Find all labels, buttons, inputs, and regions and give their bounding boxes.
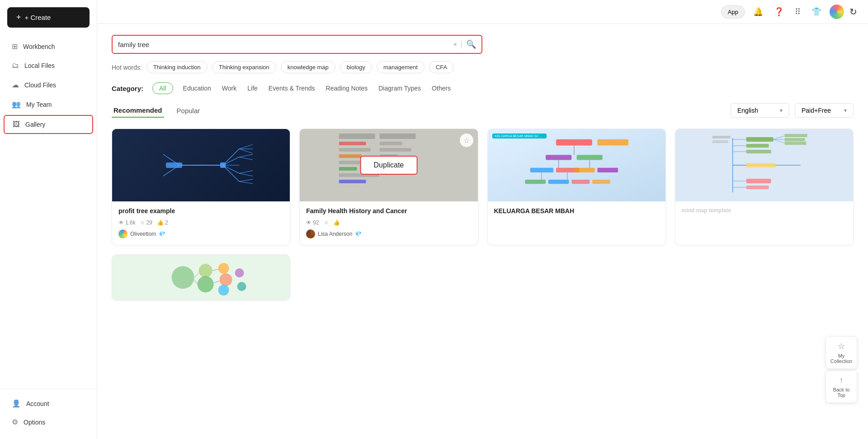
nav-options[interactable]: ⚙ Options — [4, 413, 93, 431]
cat-diagram[interactable]: Diagram Types — [377, 83, 422, 94]
nav-workbench[interactable]: ⊞ Workbench — [4, 38, 93, 55]
nav-label-my-team: My Team — [26, 101, 52, 108]
notification-icon[interactable]: 🔔 — [750, 5, 766, 19]
card-1-author-name: Oliveettom — [130, 231, 156, 237]
hot-word-knowledge-map[interactable]: knowledge map — [281, 61, 335, 73]
svg-line-6 — [239, 144, 253, 149]
price-dropdown-arrow: ▾ — [844, 107, 847, 114]
svg-rect-28 — [380, 142, 402, 145]
cards-grid-row2 — [112, 254, 854, 301]
cat-events[interactable]: Events & Trends — [268, 83, 316, 94]
svg-line-5 — [223, 165, 239, 181]
svg-line-68 — [773, 139, 784, 143]
hot-word-thinking-expansion[interactable]: Thinking expansion — [212, 61, 276, 73]
nav-label-workbench: Workbench — [23, 43, 55, 50]
svg-rect-21 — [339, 148, 371, 152]
svg-line-12 — [239, 173, 253, 176]
card-1-stats: 👁 1.6k ☆ 29 👍 2 — [118, 220, 283, 226]
card-keluarga[interactable]: KELUARGA BESAR MBAH SCHOER + MINTISMI — [487, 129, 666, 245]
svg-line-66 — [773, 136, 784, 139]
svg-rect-26 — [339, 180, 366, 183]
main-content: App 🔔 ❓ ⠿ 👕 ↻ × | 🔍 Hot words: Thinking … — [97, 0, 868, 439]
nav-my-team[interactable]: 👥 My Team — [4, 95, 93, 113]
topbar: App 🔔 ❓ ⠿ 👕 ↻ — [97, 0, 868, 24]
hot-word-management[interactable]: management — [377, 61, 425, 73]
cat-others[interactable]: Others — [431, 83, 452, 94]
search-input[interactable] — [118, 41, 453, 48]
float-sidebar: ☆ My Collection ↑ Back to Top — [826, 336, 857, 403]
svg-rect-27 — [380, 134, 416, 139]
card-2-favorite-button[interactable]: ☆ — [460, 134, 473, 147]
svg-point-73 — [199, 264, 212, 277]
help-icon[interactable]: ❓ — [771, 5, 787, 19]
svg-rect-47 — [571, 180, 590, 184]
price-dropdown[interactable]: Paid+Free ▾ — [795, 103, 854, 118]
tab-popular[interactable]: Popular — [175, 104, 202, 117]
svg-rect-45 — [525, 180, 546, 184]
grid-icon[interactable]: ⠿ — [792, 5, 803, 19]
tab-recommended[interactable]: Recommended — [112, 104, 164, 118]
cloud-files-icon: ☁ — [12, 81, 19, 89]
sidebar: + + Create ⊞ Workbench 🗂 Local Files ☁ C… — [0, 0, 97, 439]
cat-reading[interactable]: Reading Notes — [325, 83, 369, 94]
refresh-button[interactable]: ↻ — [849, 6, 857, 17]
search-clear-icon[interactable]: × — [453, 41, 457, 48]
svg-line-8 — [239, 149, 253, 153]
svg-rect-50 — [712, 140, 728, 143]
card-3-body: KELUARGA BESAR MBAH — [488, 201, 665, 226]
svg-rect-54 — [746, 137, 773, 142]
svg-rect-39 — [530, 168, 553, 172]
card-family-health[interactable]: ☆ Duplicate Family Health History and Ca… — [299, 129, 478, 245]
cat-life[interactable]: Life — [246, 83, 259, 94]
svg-rect-29 — [380, 148, 411, 152]
hot-word-thinking-induction[interactable]: Thinking induction — [146, 61, 208, 73]
language-dropdown[interactable]: English ▾ — [731, 103, 789, 118]
card-3-title: KELUARGA BESAR MBAH — [494, 207, 659, 216]
search-box[interactable]: × | 🔍 — [112, 35, 482, 54]
my-collection-button[interactable]: ☆ My Collection — [826, 336, 857, 369]
local-files-icon: 🗂 — [12, 62, 19, 70]
svg-rect-33 — [597, 139, 628, 146]
card-1-likes: 👍 2 — [157, 220, 168, 226]
duplicate-button[interactable]: Duplicate — [360, 156, 418, 175]
create-button[interactable]: + + Create — [7, 7, 90, 28]
keluarga-tree-svg — [488, 129, 665, 201]
price-value: Paid+Free — [802, 107, 831, 114]
nav-cloud-files[interactable]: ☁ Cloud Files — [4, 76, 93, 94]
svg-line-80 — [194, 273, 199, 277]
avatar — [830, 5, 844, 19]
category-row: Category: All Education Work Life Events… — [112, 82, 854, 94]
back-to-top-button[interactable]: ↑ Back to Top — [826, 371, 857, 403]
nav-gallery[interactable]: 🖼 Gallery — [4, 115, 93, 134]
hot-word-biology[interactable]: biology — [340, 61, 372, 73]
nav-label-cloud-files: Cloud Files — [24, 81, 56, 89]
svg-point-75 — [218, 263, 229, 274]
svg-point-74 — [198, 276, 214, 292]
language-value: English — [737, 107, 758, 114]
language-dropdown-arrow: ▾ — [780, 107, 783, 114]
sidebar-bottom: 👤 Account ⚙ Options — [0, 389, 97, 432]
shirt-icon[interactable]: 👕 — [809, 5, 824, 19]
my-team-icon: 👥 — [12, 100, 21, 109]
cat-all[interactable]: All — [152, 82, 173, 94]
card-1-thumbnail — [112, 129, 290, 201]
cat-education[interactable]: Education — [182, 83, 212, 94]
svg-rect-20 — [339, 142, 366, 145]
card-light-blue-tree[interactable]: mind map template — [675, 129, 854, 245]
svg-rect-46 — [548, 180, 569, 184]
card-green-bubbles[interactable] — [112, 254, 290, 301]
svg-line-81 — [194, 280, 198, 284]
nav-account[interactable]: 👤 Account — [4, 395, 93, 412]
nav-local-files[interactable]: 🗂 Local Files — [4, 57, 93, 74]
app-button[interactable]: App — [721, 5, 745, 19]
cat-work[interactable]: Work — [221, 83, 237, 94]
tree-diagram-svg — [121, 133, 281, 198]
plus-icon: + — [16, 13, 21, 22]
hot-word-cfa[interactable]: CFA — [429, 61, 454, 73]
gallery-icon: 🖼 — [13, 120, 20, 129]
tabs-row: Recommended Popular English ▾ Paid+Free … — [112, 103, 854, 118]
card-profit-tree[interactable]: profit tree example 👁 1.6k ☆ 29 👍 2 Oliv… — [112, 129, 290, 245]
svg-rect-35 — [546, 155, 571, 160]
svg-rect-69 — [784, 134, 807, 137]
search-submit-button[interactable]: 🔍 — [466, 39, 476, 49]
